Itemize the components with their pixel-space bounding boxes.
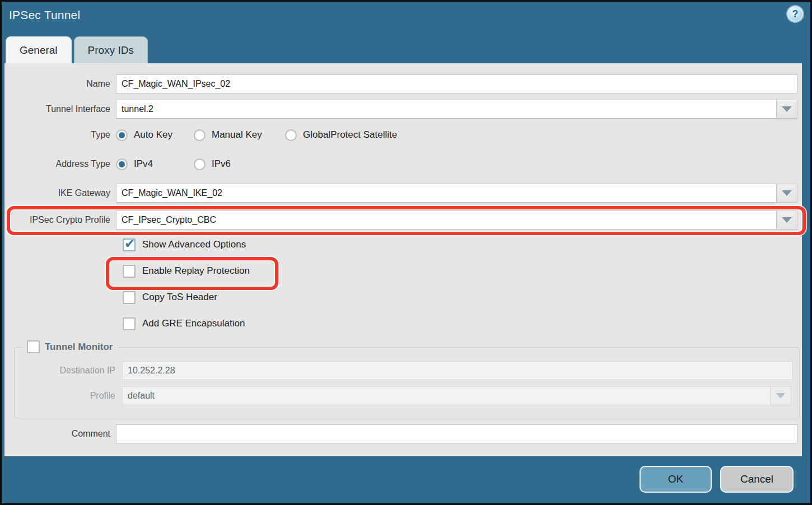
general-tab-panel: Name CF_Magic_WAN_IPsec_02 Tunnel Interf…: [4, 63, 802, 456]
ike-gateway-dropdown-button[interactable]: [777, 184, 797, 203]
cancel-button[interactable]: Cancel: [720, 466, 794, 493]
tab-general-label: General: [20, 44, 58, 57]
tab-general[interactable]: General: [6, 36, 72, 63]
tab-proxy-ids-label: Proxy IDs: [88, 44, 134, 57]
radio-ipv4-icon: [116, 158, 128, 170]
tunnel-monitor-legend[interactable]: Tunnel Monitor: [22, 340, 118, 353]
ipsec-crypto-profile-label: IPSec Crypto Profile: [4, 215, 116, 225]
ipsec-crypto-profile-dropdown-button[interactable]: [777, 211, 797, 230]
tunnel-monitor-checkbox[interactable]: [27, 340, 40, 353]
chevron-down-icon: [782, 190, 792, 196]
tunnel-interface-dropdown-button[interactable]: [777, 100, 797, 119]
radio-ipv4-label: IPv4: [134, 158, 153, 170]
dialog-title: IPSec Tunnel: [9, 8, 80, 22]
name-input[interactable]: CF_Magic_WAN_IPsec_02: [116, 74, 797, 93]
chevron-down-icon: [782, 106, 792, 112]
copy-tos-header-row[interactable]: Copy ToS Header: [123, 291, 802, 304]
comment-label: Comment: [4, 429, 116, 439]
comment-input[interactable]: [116, 424, 797, 443]
add-gre-encapsulation-row[interactable]: Add GRE Encapsulation: [123, 317, 802, 330]
ok-button[interactable]: OK: [640, 466, 712, 493]
radio-globalprotect-satellite[interactable]: GlobalProtect Satellite: [285, 129, 397, 141]
show-advanced-options-row[interactable]: Show Advanced Options: [123, 238, 802, 251]
add-gre-encapsulation-label: Add GRE Encapsulation: [142, 318, 245, 329]
radio-ipv6-label: IPv6: [212, 158, 231, 170]
profile-label: Profile: [15, 391, 115, 401]
show-advanced-options-checkbox[interactable]: [123, 239, 136, 251]
ipsec-crypto-profile-input[interactable]: CF_IPsec_Crypto_CBC: [116, 211, 777, 230]
tunnel-interface-input[interactable]: tunnel.2: [116, 100, 777, 119]
enable-replay-protection-label: Enable Replay Protection: [142, 265, 250, 277]
radio-globalprotect-satellite-label: GlobalProtect Satellite: [303, 129, 397, 141]
destination-ip-label: Destination IP: [15, 366, 115, 376]
ike-gateway-input[interactable]: CF_Magic_WAN_IKE_02: [116, 184, 777, 203]
enable-replay-protection-row[interactable]: Enable Replay Protection: [123, 264, 802, 278]
ipsec-tunnel-dialog: IPSec Tunnel ? General Proxy IDs Name CF…: [0, 0, 812, 505]
tunnel-monitor-label: Tunnel Monitor: [45, 342, 113, 353]
radio-ipv6-icon: [194, 158, 206, 170]
tab-proxy-ids[interactable]: Proxy IDs: [74, 36, 148, 63]
enable-replay-protection-checkbox[interactable]: [123, 265, 136, 278]
radio-auto-key-icon: [116, 129, 128, 141]
profile-input: default: [122, 386, 771, 405]
radio-auto-key[interactable]: Auto Key: [116, 129, 194, 141]
radio-auto-key-label: Auto Key: [134, 129, 172, 141]
destination-ip-input: 10.252.2.28: [122, 361, 793, 380]
ike-gateway-label: IKE Gateway: [4, 188, 116, 198]
radio-globalprotect-satellite-icon: [285, 129, 297, 141]
show-advanced-options-label: Show Advanced Options: [142, 239, 246, 250]
radio-manual-key[interactable]: Manual Key: [194, 129, 285, 141]
copy-tos-header-label: Copy ToS Header: [142, 292, 217, 303]
profile-dropdown-button: [771, 386, 791, 405]
chevron-down-icon: [782, 217, 792, 223]
titlebar: IPSec Tunnel ?: [2, 2, 810, 35]
copy-tos-header-checkbox[interactable]: [123, 291, 136, 304]
address-type-label: Address Type: [4, 159, 116, 169]
help-icon[interactable]: ?: [787, 6, 803, 22]
radio-manual-key-label: Manual Key: [212, 129, 262, 141]
chevron-down-icon: [776, 393, 786, 399]
tunnel-interface-label: Tunnel Interface: [4, 104, 116, 114]
radio-ipv6[interactable]: IPv6: [194, 158, 231, 170]
add-gre-encapsulation-checkbox[interactable]: [123, 317, 136, 330]
name-label: Name: [4, 79, 116, 89]
radio-ipv4[interactable]: IPv4: [116, 158, 194, 170]
type-label: Type: [4, 130, 116, 140]
tunnel-monitor-group: Tunnel Monitor Destination IP 10.252.2.2…: [14, 347, 800, 418]
tab-bar: General Proxy IDs: [6, 36, 148, 63]
radio-manual-key-icon: [194, 129, 206, 141]
